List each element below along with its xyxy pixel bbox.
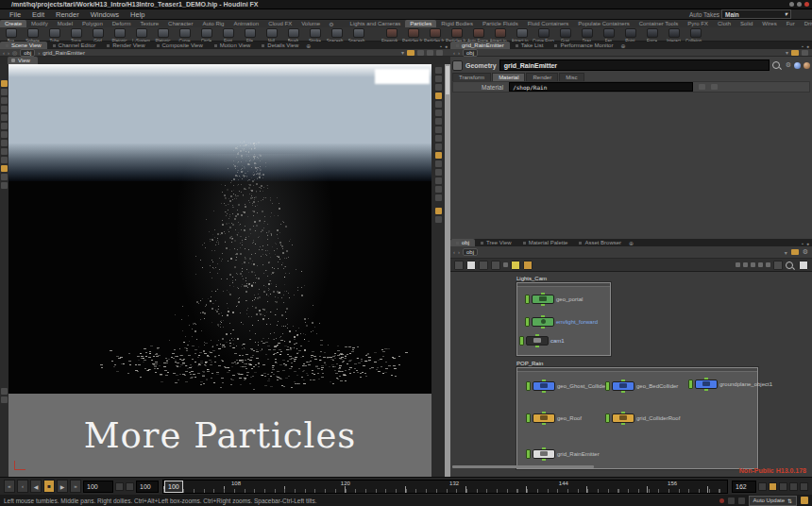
param-menu-icon[interactable] (699, 84, 705, 90)
net-color-icon[interactable] (511, 261, 520, 270)
geometry-node-icon[interactable] (533, 381, 555, 391)
forward-icon[interactable]: › (8, 50, 9, 56)
net-opt-icon[interactable] (766, 262, 770, 267)
audio-toggle-icon[interactable] (789, 482, 798, 491)
forward-end-button[interactable]: » (70, 480, 81, 493)
viewport-opt-icon[interactable] (435, 216, 442, 223)
menu-file[interactable]: File (4, 10, 26, 19)
shelf-tab-fluid-containers[interactable]: Fluid Containers (523, 20, 574, 27)
viewport-tool-icon[interactable] (1, 396, 8, 403)
shelf-tab-create[interactable]: Create (0, 20, 26, 27)
param-nodes-icon[interactable] (711, 84, 718, 90)
shelf-tab-cloth[interactable]: Cloth (713, 20, 736, 27)
stop-button[interactable]: ■ (43, 480, 55, 493)
shelf-tab-animation[interactable]: Animation (228, 20, 263, 27)
shelf-tab-particles[interactable]: Particles (405, 20, 436, 27)
gear-icon[interactable]: ⚙ (786, 61, 791, 69)
lighting-mode-icon[interactable] (435, 93, 442, 99)
folder-tab-render[interactable]: Render (526, 73, 558, 81)
shelf-tab-polygon[interactable]: Polygon (77, 20, 108, 27)
viewport-tool-icon[interactable] (1, 388, 8, 395)
add-tab-icon[interactable]: ⊕ (618, 42, 625, 49)
tab-tree-view[interactable]: Tree View (475, 239, 517, 246)
geometry-node-icon[interactable] (533, 449, 555, 459)
scale-tool-icon[interactable] (1, 123, 8, 129)
shelf-tab-populate-containers[interactable]: Populate Containers (573, 20, 634, 27)
breadcrumb-root[interactable]: obj (463, 248, 478, 256)
node-flag-icon[interactable] (526, 449, 531, 459)
tab-render-view[interactable]: Render View (101, 42, 150, 49)
node-flag-icon[interactable] (519, 336, 524, 346)
back-icon[interactable]: ‹ (453, 50, 455, 56)
play-reverse-button[interactable]: ◀ (30, 480, 42, 493)
prev-frame-button[interactable]: ‹ (17, 480, 28, 493)
scene-viewport[interactable]: More Particles (8, 64, 431, 477)
node-envlight-forward[interactable]: envlight_forward (525, 317, 598, 326)
folder-tab-transform[interactable]: Transform (452, 73, 491, 81)
back-icon[interactable]: ‹ (453, 249, 455, 255)
path-dropdown-icon[interactable]: ▾ (786, 49, 788, 56)
geometry-node-icon[interactable] (612, 413, 634, 423)
net-template-icon[interactable] (479, 261, 488, 270)
range-start-field[interactable]: 100 (136, 481, 159, 493)
frame-ruler[interactable]: 100 108 120 132 144 156 (162, 480, 728, 494)
viewport-tool-icon[interactable] (1, 165, 8, 172)
net-footprint-icon[interactable] (491, 261, 500, 270)
param-gadget-icon[interactable] (802, 50, 808, 56)
breadcrumb-root[interactable]: obj (463, 49, 478, 57)
node-flag-icon[interactable] (525, 295, 530, 304)
current-frame-field[interactable]: 100 (83, 481, 113, 493)
viewport-tool-icon[interactable] (1, 157, 8, 163)
range-end-field[interactable]: 162 (732, 481, 756, 493)
add-tab-icon[interactable]: ⊕ (304, 42, 311, 49)
playhead[interactable]: 100 (164, 481, 183, 493)
pose-tool-icon[interactable] (1, 131, 8, 138)
camera-node-icon[interactable] (526, 336, 549, 346)
render-ball-icon[interactable] (804, 62, 810, 69)
shelf-tab-texture[interactable]: Texture (135, 20, 163, 27)
viewport-tool-icon[interactable] (1, 140, 8, 146)
geometry-node-icon[interactable] (533, 413, 555, 423)
node-geo-roof[interactable]: geo_Roof (526, 413, 582, 422)
back-icon[interactable]: ‹ (3, 50, 5, 56)
select-tool-icon[interactable] (1, 97, 8, 104)
menu-windows[interactable]: Windows (85, 10, 125, 19)
node-geo-portal[interactable]: geo_portal (525, 295, 583, 303)
playbar-menu-icon[interactable] (800, 482, 808, 491)
tab-motion-view[interactable]: Motion View (209, 42, 257, 49)
tab-material-palette[interactable]: Material Palette (517, 239, 574, 246)
loop-mode-icon[interactable] (779, 482, 787, 491)
shelf-tab-rigid-bodies[interactable]: Rigid Bodies (436, 20, 478, 27)
rewind-start-button[interactable]: « (4, 480, 15, 493)
shelf-tab-fur[interactable]: Fur (782, 20, 800, 27)
node-geo-ghost-collider[interactable]: geo_Ghost_Collider (526, 381, 607, 390)
breadcrumb-node[interactable]: grid_RainEmitter (42, 50, 85, 56)
geometry-node-icon[interactable] (695, 380, 718, 389)
viewport-opt-icon[interactable] (435, 76, 442, 82)
net-search-icon[interactable] (786, 261, 793, 269)
node-cam1[interactable]: cam1 (519, 336, 565, 345)
shelf-tab-autorig[interactable]: Auto Rig (197, 20, 228, 27)
tab-scene-view[interactable]: Scene View (0, 42, 47, 49)
net-opt-icon[interactable] (736, 262, 740, 267)
tab-asset-browser[interactable]: Asset Browser (573, 239, 627, 246)
viewport-opt-icon[interactable] (435, 143, 442, 150)
node-flag-icon[interactable] (605, 381, 610, 391)
message-log-icon[interactable] (728, 498, 735, 504)
cook-status-icon[interactable] (738, 498, 745, 504)
view-tool-icon[interactable] (1, 80, 8, 87)
viewport-opt-icon[interactable] (435, 101, 442, 108)
shelf-tab-solid[interactable]: Solid (736, 20, 757, 27)
path-dropdown-icon[interactable]: ▾ (401, 49, 404, 56)
take-selector[interactable]: Main ▾ (721, 9, 791, 19)
viewport-opt-icon[interactable] (435, 194, 442, 201)
shelf-tab-cloudfx[interactable]: Cloud FX (263, 20, 296, 27)
shelf-tab-model[interactable]: Model (53, 20, 77, 27)
menu-edit[interactable]: Edit (26, 10, 50, 19)
node-flag-icon[interactable] (526, 413, 531, 423)
forward-icon[interactable]: › (458, 50, 460, 56)
viewport-opt-icon[interactable] (435, 169, 442, 176)
add-tab-icon[interactable]: ⊕ (627, 240, 634, 246)
rotate-tool-icon[interactable] (1, 114, 8, 121)
node-geo-bedcollider[interactable]: geo_BedCollider (605, 381, 678, 390)
